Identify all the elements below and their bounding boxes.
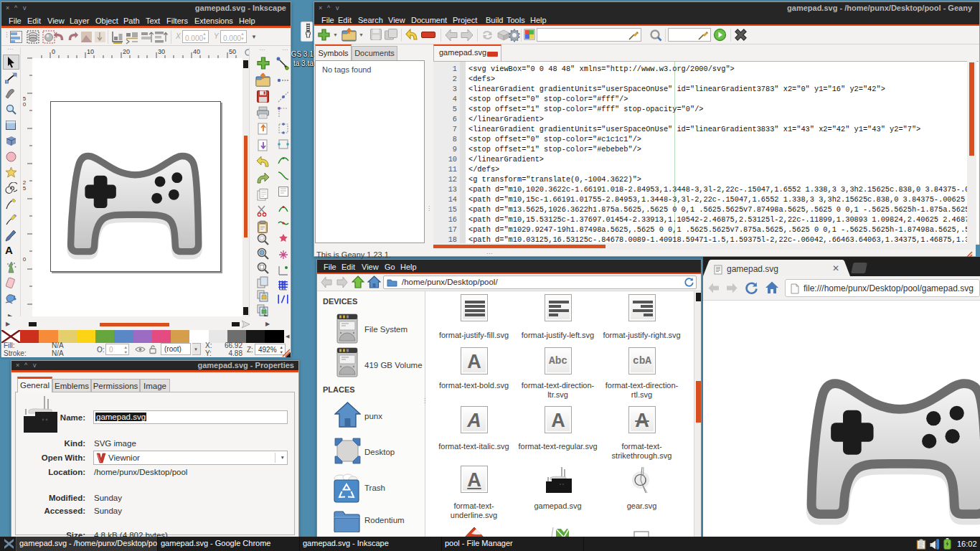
svg-text:0: 0 [52, 48, 55, 55]
svg-text:30: 30 [158, 48, 165, 55]
svg-text:50: 50 [229, 48, 236, 55]
svg-text:10: 10 [87, 48, 94, 55]
svg-text:20: 20 [123, 48, 130, 55]
svg-text:40: 40 [193, 48, 200, 55]
